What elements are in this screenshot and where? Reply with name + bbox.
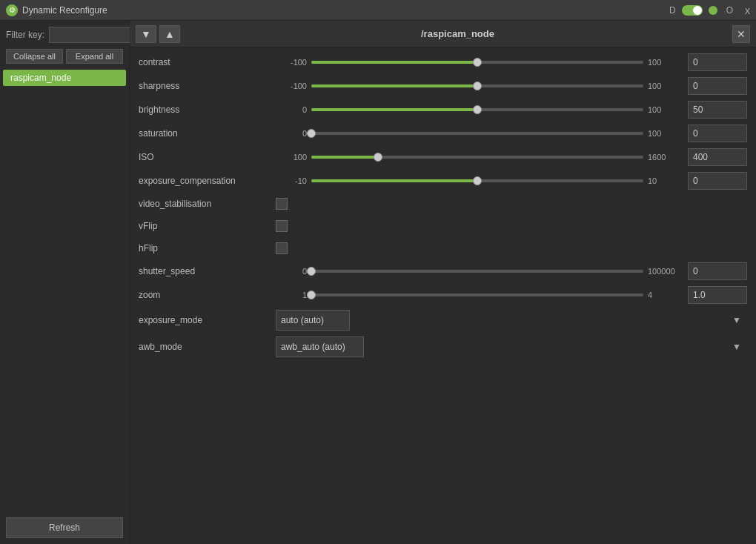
dropdown-wrapper-exposure_mode: auto (auto)nightnightpreviewbacklightspo… [276,310,747,331]
slider-track-exposure_compensation [311,179,643,182]
param-label-hFlip: hFlip [139,243,276,253]
sidebar-spacer [0,87,129,511]
main-layout: Filter key: Collapse all Expand all rasp… [0,21,756,544]
param-min-saturation: 0 [276,129,307,138]
param-row-contrast: contrast -100 100 [130,50,756,74]
slider-container-brightness[interactable] [311,103,643,116]
param-label-video_stabilisation: video_stabilisation [139,199,276,209]
slider-container-sharpness[interactable] [311,79,643,93]
slider-track-brightness [311,108,643,111]
param-row-video_stabilisation: video_stabilisation [130,193,756,215]
param-checkbox-vFlip[interactable] [276,220,288,232]
slider-track-sharpness [311,84,643,87]
param-label-contrast: contrast [139,57,276,67]
dropdown-arrow-awb_mode: ▼ [732,342,741,352]
param-max-ISO: 1600 [648,153,685,162]
param-max-sharpness: 100 [648,82,685,90]
slider-container-contrast[interactable] [311,56,643,69]
slider-track-contrast [311,61,643,64]
slider-container-shutter_speed[interactable] [311,265,643,278]
param-min-shutter_speed: 0 [276,267,307,276]
param-max-brightness: 100 [648,105,685,114]
slider-thumb-exposure_compensation[interactable] [473,176,482,185]
filter-label: Filter key: [6,30,44,40]
params-panel: contrast -100 100 sharpness -100 100 [130,47,756,544]
toggle-knob [693,6,702,15]
status-dot [709,6,717,15]
upload-button[interactable]: ▲ [159,25,180,43]
refresh-button[interactable]: Refresh [6,517,123,538]
param-row-exposure_mode: exposure_mode auto (auto)nightnightprevi… [130,307,756,334]
param-value-exposure_compensation[interactable] [688,172,747,190]
slider-thumb-sharpness[interactable] [473,82,482,90]
sidebar-item-raspicam-node[interactable]: raspicam_node [3,70,126,86]
dropdown-arrow-exposure_mode: ▼ [732,315,741,325]
download-icon: ▼ [141,28,151,40]
slider-track-saturation [311,132,643,135]
param-label-exposure_mode: exposure_mode [139,315,276,325]
download-button[interactable]: ▼ [136,25,156,43]
param-value-ISO[interactable] [688,148,747,166]
content-header: ▼ ▲ /raspicam_node ✕ [130,21,756,47]
slider-thumb-zoom[interactable] [307,291,316,299]
param-label-brightness: brightness [139,105,276,115]
node-title: /raspicam_node [183,28,732,39]
slider-fill-sharpness [311,84,477,87]
param-max-zoom: 4 [648,291,685,299]
param-max-contrast: 100 [648,58,685,67]
slider-thumb-contrast[interactable] [473,58,482,67]
slider-track-zoom [311,293,643,296]
slider-track-ISO [311,156,643,159]
title-bar: ⚙ Dynamic Reconfigure D O x [0,0,756,21]
param-label-zoom: zoom [139,290,276,300]
title-bar-right: D O x [669,4,750,16]
param-label-awb_mode: awb_mode [139,342,276,352]
param-label-saturation: saturation [139,128,276,139]
slider-fill-ISO [311,156,378,159]
button-row: Collapse all Expand all [0,46,129,68]
param-checkbox-hFlip[interactable] [276,242,288,254]
param-value-zoom[interactable] [688,286,747,304]
param-label-shutter_speed: shutter_speed [139,266,276,276]
param-value-brightness[interactable] [688,101,747,119]
param-min-zoom: 1 [276,291,307,299]
slider-thumb-shutter_speed[interactable] [307,267,316,276]
param-value-shutter_speed[interactable] [688,262,747,280]
slider-fill-brightness [311,108,477,111]
param-dropdown-awb_mode[interactable]: awb_auto (auto)offsuncloudshadetungstenf… [276,336,364,357]
param-min-exposure_compensation: -10 [276,176,307,185]
param-row-zoom: zoom 1 4 [130,283,756,307]
param-value-saturation[interactable] [688,125,747,142]
upload-icon: ▲ [165,28,175,40]
filter-row: Filter key: [0,21,129,46]
slider-fill-contrast [311,61,477,64]
slider-container-exposure_compensation[interactable] [311,174,643,188]
label-x[interactable]: x [745,4,750,16]
param-value-contrast[interactable] [688,53,747,71]
param-row-hFlip: hFlip [130,237,756,259]
param-max-exposure_compensation: 10 [648,176,685,185]
param-row-vFlip: vFlip [130,215,756,237]
slider-container-ISO[interactable] [311,150,643,164]
toggle-switch[interactable] [682,5,703,16]
slider-fill-exposure_compensation [311,179,477,182]
close-button[interactable]: ✕ [732,25,750,43]
param-row-sharpness: sharpness -100 100 [130,74,756,98]
param-label-ISO: ISO [139,152,276,162]
slider-container-saturation[interactable] [311,127,643,140]
label-o: O [726,5,733,16]
param-min-sharpness: -100 [276,82,307,90]
slider-thumb-brightness[interactable] [473,105,482,114]
content-area: ▼ ▲ /raspicam_node ✕ contrast -100 100 s… [130,21,756,544]
slider-thumb-ISO[interactable] [374,153,382,162]
collapse-all-button[interactable]: Collapse all [6,49,63,64]
param-row-brightness: brightness 0 100 [130,98,756,122]
param-row-ISO: ISO 100 1600 [130,145,756,169]
expand-all-button[interactable]: Expand all [66,49,123,64]
slider-thumb-saturation[interactable] [307,129,316,138]
param-checkbox-video_stabilisation[interactable] [276,198,288,210]
slider-container-zoom[interactable] [311,288,643,302]
param-value-sharpness[interactable] [688,77,747,95]
param-dropdown-exposure_mode[interactable]: auto (auto)nightnightpreviewbacklightspo… [276,310,350,331]
dropdown-wrapper-awb_mode: awb_auto (auto)offsuncloudshadetungstenf… [276,336,747,357]
